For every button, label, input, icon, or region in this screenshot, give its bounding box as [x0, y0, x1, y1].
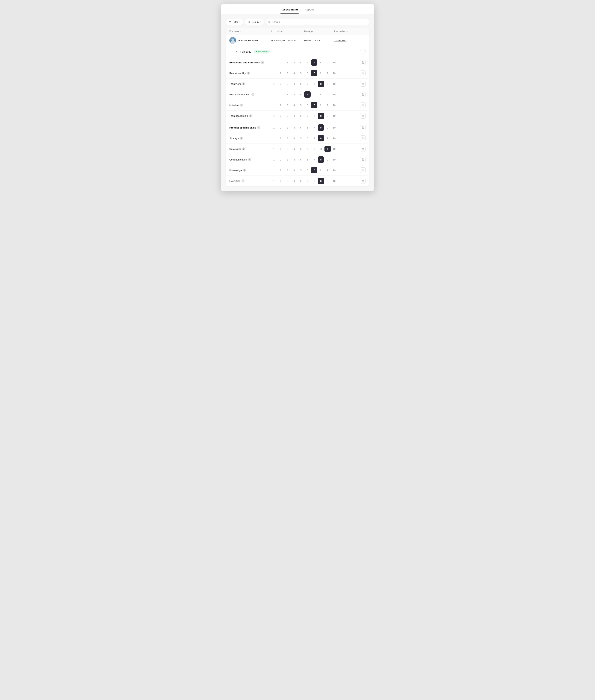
score-number[interactable]: 2: [277, 169, 284, 172]
score-number[interactable]: 1: [271, 148, 277, 150]
score-number[interactable]: 6: [304, 126, 311, 129]
score-number[interactable]: 8: [318, 113, 324, 119]
score-number[interactable]: 6: [304, 137, 311, 140]
score-number[interactable]: 7: [311, 148, 318, 150]
copy-button[interactable]: [360, 102, 366, 108]
copy-button[interactable]: [360, 168, 366, 173]
copy-button[interactable]: [360, 178, 366, 184]
score-number[interactable]: 5: [298, 158, 304, 161]
score-number[interactable]: 4: [291, 93, 298, 96]
score-number[interactable]: 5: [298, 115, 304, 117]
info-icon[interactable]: i: [242, 147, 245, 150]
search-input[interactable]: [272, 21, 367, 23]
score-number[interactable]: 7: [311, 93, 317, 96]
info-icon[interactable]: i: [247, 72, 250, 74]
score-number[interactable]: 2: [277, 61, 284, 64]
score-number[interactable]: 8: [318, 81, 324, 87]
score-number[interactable]: 9: [324, 93, 331, 96]
score-number[interactable]: 9: [324, 72, 331, 74]
info-icon[interactable]: i: [251, 93, 254, 96]
info-icon[interactable]: i: [257, 126, 260, 129]
score-number[interactable]: 5: [298, 61, 304, 64]
score-number[interactable]: 1: [271, 72, 277, 74]
score-number[interactable]: 3: [284, 180, 291, 182]
score-number[interactable]: 7: [311, 158, 318, 161]
info-icon[interactable]: i: [242, 179, 245, 182]
score-number[interactable]: 6: [304, 104, 311, 106]
copy-button[interactable]: [360, 70, 366, 76]
score-number[interactable]: 6: [304, 72, 311, 74]
score-number[interactable]: 9: [324, 169, 331, 172]
copy-button[interactable]: [360, 60, 366, 65]
score-number[interactable]: 3: [284, 126, 291, 129]
score-number[interactable]: 2: [277, 180, 284, 182]
more-options-button[interactable]: ⋮: [360, 49, 366, 55]
prev-period-button[interactable]: ‹: [229, 50, 232, 54]
score-number[interactable]: 2: [277, 104, 284, 106]
score-number[interactable]: 5: [298, 72, 304, 74]
score-number[interactable]: 3: [284, 137, 291, 140]
score-number[interactable]: 1: [271, 104, 277, 106]
score-number[interactable]: 6: [304, 148, 311, 150]
score-number[interactable]: 3: [284, 61, 291, 64]
score-number[interactable]: 1: [271, 169, 277, 172]
score-number[interactable]: 10: [331, 148, 338, 150]
score-number[interactable]: 3: [284, 115, 291, 117]
score-number[interactable]: 9: [324, 104, 331, 106]
score-number[interactable]: 9: [324, 115, 331, 117]
score-number[interactable]: 8: [318, 178, 324, 184]
score-number[interactable]: 8: [318, 156, 324, 163]
info-icon[interactable]: i: [243, 169, 246, 172]
score-number[interactable]: 10: [331, 137, 338, 140]
score-number[interactable]: 2: [277, 148, 284, 150]
copy-button[interactable]: [360, 135, 366, 141]
score-number[interactable]: 8: [317, 104, 324, 106]
score-number[interactable]: 6: [304, 91, 311, 98]
score-number[interactable]: 1: [271, 158, 277, 161]
score-number[interactable]: 10: [331, 126, 338, 129]
score-number[interactable]: 2: [277, 126, 284, 129]
score-number[interactable]: 3: [284, 158, 291, 161]
score-number[interactable]: 10: [331, 104, 338, 106]
score-number[interactable]: 9: [324, 158, 331, 161]
copy-button[interactable]: [360, 92, 366, 97]
last-review-cell[interactable]: 21/08/2022: [334, 39, 361, 42]
info-icon[interactable]: i: [248, 158, 251, 161]
score-number[interactable]: 2: [277, 93, 284, 96]
score-number[interactable]: 7: [311, 126, 318, 129]
copy-button[interactable]: [360, 146, 366, 152]
score-number[interactable]: 4: [291, 126, 298, 129]
score-number[interactable]: 8: [318, 124, 324, 131]
score-number[interactable]: 1: [271, 93, 277, 96]
info-icon[interactable]: i: [261, 61, 264, 64]
group-button[interactable]: Group ▾: [245, 19, 264, 25]
info-icon[interactable]: i: [249, 114, 252, 117]
score-number[interactable]: 10: [331, 83, 338, 85]
score-number[interactable]: 4: [291, 180, 298, 182]
score-number[interactable]: 7: [311, 102, 317, 108]
score-number[interactable]: 1: [271, 137, 277, 140]
score-number[interactable]: 2: [277, 137, 284, 140]
score-number[interactable]: 8: [317, 61, 324, 64]
score-number[interactable]: 9: [324, 126, 331, 129]
score-number[interactable]: 6: [304, 115, 311, 117]
score-number[interactable]: 9: [324, 137, 331, 140]
copy-button[interactable]: [360, 81, 366, 87]
score-number[interactable]: 5: [298, 180, 304, 182]
score-number[interactable]: 4: [291, 83, 298, 85]
score-number[interactable]: 5: [298, 137, 304, 140]
score-number[interactable]: 3: [284, 93, 291, 96]
score-number[interactable]: 4: [291, 115, 298, 117]
score-number[interactable]: 9: [324, 83, 331, 85]
next-period-button[interactable]: ›: [235, 50, 238, 54]
score-number[interactable]: 7: [311, 137, 318, 140]
score-number[interactable]: 10: [331, 158, 338, 161]
score-number[interactable]: 7: [311, 70, 317, 76]
score-number[interactable]: 8: [318, 148, 324, 150]
score-number[interactable]: 3: [284, 169, 291, 172]
copy-button[interactable]: [360, 157, 366, 162]
copy-button[interactable]: [360, 113, 366, 119]
info-icon[interactable]: i: [240, 137, 243, 140]
score-number[interactable]: 3: [284, 148, 291, 150]
info-icon[interactable]: i: [240, 103, 243, 106]
